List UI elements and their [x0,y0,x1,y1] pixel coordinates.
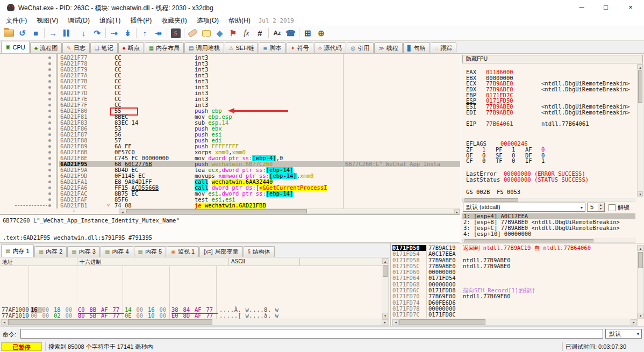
registers-vscrollbar[interactable] [637,64,643,197]
register-row[interactable]: GS 002B FS 0053 [466,189,635,195]
breakpoint-dot[interactable] [48,68,51,71]
open-file-icon[interactable] [2,27,16,40]
scroll-up-arrow[interactable] [638,64,643,69]
registers-hscrollbar[interactable] [462,198,635,202]
breakpoint-dot[interactable] [48,181,51,183]
stack-hscrollbar[interactable] [392,319,638,326]
register-row[interactable]: EDI77B9ABE0<ntdll.DbgUiRemoteBreakin> [466,110,635,116]
disassembly-pane[interactable]: 6AD21F77CCint36AD21F78CCint36AD21F79CCin… [0,54,460,214]
breakpoint-dot[interactable] [48,121,51,124]
tab-log[interactable]: ✎日志 [62,42,89,53]
breakpoint-dot[interactable] [48,110,51,112]
tab-call-stack[interactable]: ▤调用堆栈 [184,42,224,53]
scroll-left-arrow[interactable] [120,209,125,213]
command-profile-select[interactable]: 默认 [605,329,642,339]
register-row[interactable]: EFLAGS00000246 [466,141,635,147]
tab-seh-chain[interactable]: ⚠SEH链 [225,42,259,53]
tab-references[interactable]: ◎引用 [347,42,374,53]
dump-vscrollbar[interactable] [382,258,389,319]
breakpoint-dot[interactable] [48,86,51,89]
run-icon[interactable]: → [46,27,60,40]
tab-watch1[interactable]: ◉监视 1 [167,246,199,257]
hide-fpu-button[interactable]: 隐藏FPU [462,55,643,63]
breakpoint-dot[interactable] [48,151,51,154]
tab-dump3[interactable]: ▦内存 3 [67,246,100,257]
tab-script[interactable]: ≣脚本 [259,42,285,53]
step-over-icon[interactable]: ↷ [90,27,104,40]
menu-item-7[interactable]: 选项(O) [192,15,224,26]
arguments-hscrollbar[interactable] [462,239,635,243]
attach-icon[interactable]: ☎ [284,27,297,40]
stack-row[interactable]: 0171FD54A0C17EEA [392,251,638,257]
breakpoint-dot[interactable] [48,145,51,148]
calculator-icon[interactable]: ⊞ [301,27,314,40]
register-row[interactable]: EIP77B64061ntdll.77B64061 [466,121,635,127]
stop-icon[interactable]: ■ [29,27,42,40]
tab-notes[interactable]: ❏笔记 [90,42,118,53]
scroll-right-arrow[interactable] [631,319,637,325]
unlock-checkbox[interactable] [609,204,616,211]
tab-symbols[interactable]: ✦符号 [287,42,313,53]
argument-count-stepper[interactable]: 5 [587,203,605,212]
menu-item-2[interactable]: 视图(V) [32,15,63,26]
scroll-right-arrow[interactable] [382,319,388,325]
tab-dump5[interactable]: ▦内存 5 [134,246,167,257]
patches-icon[interactable] [186,27,199,40]
tab-handles[interactable]: ▊句柄 [403,42,430,53]
highlight-mode-icon[interactable]: Az [270,27,284,40]
scroll-thumb[interactable] [638,252,643,268]
stack-pane[interactable]: 0171FD5077B9AC19返回到 ntdll.77B9AC19 自 ntd… [390,243,644,326]
tab-dump2[interactable]: ▦内存 2 [34,246,67,257]
breakpoint-dot[interactable] [48,133,51,136]
stepper-arrows-icon[interactable] [598,203,604,211]
dump-hscrollbar[interactable] [1,319,389,326]
breakpoint-dot[interactable] [48,139,51,142]
menu-item-6[interactable]: 收藏夹(I) [156,15,191,26]
menu-item-1[interactable]: 文件(F) [1,15,32,26]
scroll-thumb[interactable] [383,265,388,277]
scroll-thumb[interactable] [464,198,518,202]
scroll-thumb[interactable] [464,239,593,242]
disasm-hscrollbar[interactable] [119,209,460,214]
close-button[interactable]: × [619,0,642,15]
breakpoint-dot[interactable] [48,98,51,100]
scroll-up-arrow[interactable] [382,258,388,264]
argument-row[interactable]: 4: [esp+10] 00000000 [462,231,635,237]
tab-trace[interactable]: ∴跟踪 [431,42,456,53]
command-input[interactable] [20,329,603,339]
scroll-thumb[interactable] [126,209,307,213]
disasm-row[interactable]: 6AD21FB174 08je wechatwin.6AD21FBB [0,203,460,209]
functions-icon[interactable]: fx [240,27,253,40]
breakpoint-dot[interactable] [48,56,51,59]
breakpoint-dot[interactable] [48,80,51,83]
breakpoint-dot[interactable] [48,175,51,177]
tab-dump4[interactable]: ▦内存 4 [101,246,133,257]
scroll-left-arrow[interactable] [1,319,8,325]
scroll-thumb[interactable] [638,70,642,103]
register-row[interactable]: ZF1PF1AF0 [466,147,635,153]
preferences-icon[interactable]: ⊕ [314,27,328,40]
scylla-icon[interactable]: S [169,27,182,40]
scroll-down-arrow[interactable] [638,191,643,196]
breakpoint-dot[interactable] [48,169,51,171]
register-row[interactable]: CF0TF0IF1 [466,158,635,164]
tab-graph[interactable]: ♣流程图 [30,42,62,53]
step-into-icon[interactable]: ↓ [77,27,90,40]
memory-dump-pane[interactable]: ▦内存 1▦内存 2▦内存 3▦内存 4▦内存 5◉监视 1[x=]局部变量§结… [0,243,390,326]
scroll-thumb[interactable] [8,319,212,325]
string-references-icon[interactable]: # [253,27,267,40]
tab-dump1[interactable]: ▦内存 1 [1,245,34,257]
breakpoint-dot[interactable] [48,127,51,130]
run-to-user-code-icon[interactable]: ⇢ [108,27,121,40]
comment-column-divider[interactable] [343,54,344,209]
minimize-button[interactable]: ─ [570,0,593,15]
registers-pane[interactable]: 隐藏FPU EAX01186000EBX00000000ECX77B9ABE0<… [461,54,644,243]
breakpoint-dot[interactable] [48,163,51,166]
breakpoint-dot[interactable] [48,192,51,195]
calling-convention-select[interactable]: 默认 (stdcall) [463,203,585,212]
scroll-down-arrow[interactable] [638,313,643,318]
register-row[interactable]: OF0SF0DF0 [466,153,635,159]
breakpoint-dot[interactable] [48,92,51,95]
breakpoint-dot[interactable] [48,204,51,207]
scroll-thumb[interactable] [399,319,485,325]
